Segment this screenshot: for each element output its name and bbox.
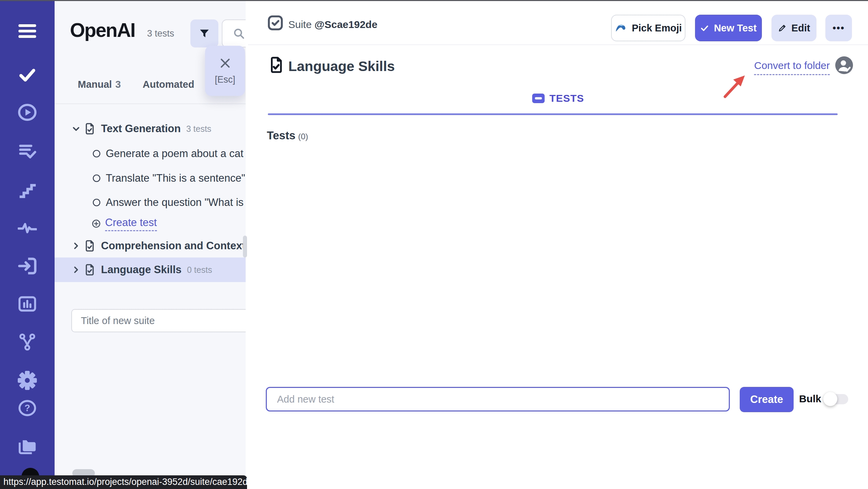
suite-count: 3 tests bbox=[186, 124, 212, 134]
suite-label-text: Suite bbox=[288, 19, 312, 30]
tab-automated[interactable]: Automated bbox=[143, 79, 194, 90]
tests-check-icon[interactable] bbox=[18, 65, 37, 84]
projects-folders-icon[interactable] bbox=[17, 437, 37, 455]
project-title[interactable]: OpenAI bbox=[70, 19, 135, 41]
test-status-circle-icon bbox=[92, 174, 101, 183]
suite-check-icon bbox=[267, 15, 284, 31]
close-icon[interactable] bbox=[219, 57, 232, 70]
new-test-label: New Test bbox=[714, 23, 756, 34]
suite-breadcrumb: Suite @Scae192de bbox=[288, 19, 377, 30]
plus-circle-icon bbox=[91, 219, 101, 228]
test-title: Generate a poem about a cat bbox=[106, 148, 243, 160]
card-icon bbox=[532, 93, 545, 103]
create-test-link[interactable]: Create test bbox=[105, 216, 157, 231]
pick-emoji-label: Pick Emoji bbox=[632, 23, 682, 34]
tab-tests[interactable]: TESTS bbox=[248, 93, 868, 104]
tree-create-test[interactable]: Create test bbox=[55, 213, 246, 234]
steps-icon[interactable] bbox=[18, 181, 37, 198]
pencil-icon bbox=[778, 24, 787, 32]
test-status-circle-icon bbox=[92, 149, 101, 158]
filter-close-popup[interactable]: [Esc] bbox=[205, 46, 245, 96]
ellipsis-icon: ••• bbox=[833, 23, 844, 33]
tab-tests-label: TESTS bbox=[549, 93, 584, 104]
tab-underline bbox=[268, 113, 838, 115]
tests-count-badge: (0) bbox=[298, 132, 308, 141]
suite-doc-icon bbox=[84, 122, 96, 135]
check-icon bbox=[700, 24, 709, 32]
wave-emoji-icon bbox=[615, 22, 627, 34]
project-tests-count: 3 tests bbox=[147, 28, 174, 39]
filter-button[interactable] bbox=[190, 19, 218, 47]
analytics-chart-icon[interactable] bbox=[18, 296, 37, 312]
window-top-edge bbox=[0, 0, 868, 1]
pulse-icon[interactable] bbox=[18, 220, 37, 235]
test-title: Answer the question "What is bbox=[106, 196, 244, 209]
tree-suite-comprehension[interactable]: Comprehension and Context bbox=[55, 234, 246, 258]
tab-manual[interactable]: Manual3 bbox=[78, 79, 121, 90]
edit-button[interactable]: Edit bbox=[771, 15, 816, 41]
tree-suite-language-skills[interactable]: Language Skills 0 tests bbox=[55, 257, 246, 282]
plans-list-check-icon[interactable] bbox=[18, 143, 37, 160]
tests-heading: Tests(0) bbox=[267, 129, 308, 142]
tree-suite-text-generation[interactable]: Text Generation 3 tests bbox=[55, 117, 246, 141]
tab-automated-label: Automated bbox=[143, 79, 194, 90]
filter-icon bbox=[199, 28, 210, 39]
add-test-input[interactable] bbox=[266, 387, 730, 411]
document-check-icon bbox=[269, 56, 284, 74]
chevron-right-icon[interactable] bbox=[71, 265, 81, 275]
esc-key-hint: [Esc] bbox=[215, 74, 235, 85]
tree-test-item[interactable]: Generate a poem about a cat bbox=[55, 142, 246, 166]
new-test-button[interactable]: New Test bbox=[695, 15, 762, 41]
runs-play-icon[interactable] bbox=[17, 103, 37, 121]
settings-gear-icon[interactable] bbox=[18, 371, 37, 390]
toggle-knob[interactable] bbox=[823, 392, 837, 406]
search-input[interactable] bbox=[222, 19, 246, 47]
svg-text:?: ? bbox=[25, 403, 30, 413]
suite-label: Comprehension and Context bbox=[101, 240, 246, 252]
test-status-circle-icon bbox=[92, 198, 101, 207]
header-divider bbox=[248, 44, 868, 45]
sidebar: OpenAI 3 tests Manual3 Automated Text Ge… bbox=[55, 1, 246, 475]
pick-emoji-button[interactable]: Pick Emoji bbox=[611, 15, 685, 41]
bulk-label: Bulk bbox=[799, 393, 821, 405]
convert-to-folder-link[interactable]: Convert to folder bbox=[754, 60, 830, 75]
menu-icon[interactable] bbox=[18, 24, 36, 38]
app-rail: ? bbox=[0, 0, 55, 489]
main-panel: Suite @Scae192de Pick Emoji New Test Edi… bbox=[248, 1, 868, 489]
new-suite-title-input[interactable] bbox=[71, 309, 246, 332]
create-button[interactable]: Create bbox=[740, 387, 794, 412]
import-sign-in-icon[interactable] bbox=[18, 257, 37, 275]
tab-manual-count: 3 bbox=[115, 79, 121, 90]
sidebar-scrollbar-thumb[interactable] bbox=[243, 236, 247, 257]
chevron-right-icon[interactable] bbox=[71, 241, 81, 251]
edit-label: Edit bbox=[792, 23, 810, 34]
suite-label: Language Skills bbox=[101, 264, 182, 276]
page-title: Language Skills bbox=[288, 58, 395, 74]
bulk-toggle[interactable] bbox=[824, 394, 848, 404]
tree-test-item[interactable]: Answer the question "What is bbox=[55, 191, 246, 214]
branches-icon[interactable] bbox=[18, 333, 37, 351]
suite-doc-icon bbox=[84, 263, 96, 276]
help-icon[interactable]: ? bbox=[18, 399, 37, 417]
suite-id: @Scae192de bbox=[315, 19, 377, 30]
search-icon bbox=[233, 27, 245, 40]
tab-manual-label: Manual bbox=[78, 79, 112, 90]
suite-count: 0 tests bbox=[187, 265, 212, 275]
chevron-down-icon[interactable] bbox=[71, 124, 81, 134]
browser-status-url: https://app.testomat.io/projects/openai-… bbox=[0, 475, 247, 489]
owner-avatar-icon[interactable] bbox=[835, 56, 853, 74]
tests-heading-label: Tests bbox=[267, 129, 295, 142]
tabs-divider bbox=[55, 103, 246, 104]
test-title: Translate "This is a sentence" bbox=[106, 172, 245, 184]
more-actions-button[interactable]: ••• bbox=[825, 15, 852, 41]
suite-label: Text Generation bbox=[101, 123, 181, 135]
suite-doc-icon bbox=[84, 239, 96, 252]
tree-test-item[interactable]: Translate "This is a sentence" bbox=[55, 166, 246, 190]
